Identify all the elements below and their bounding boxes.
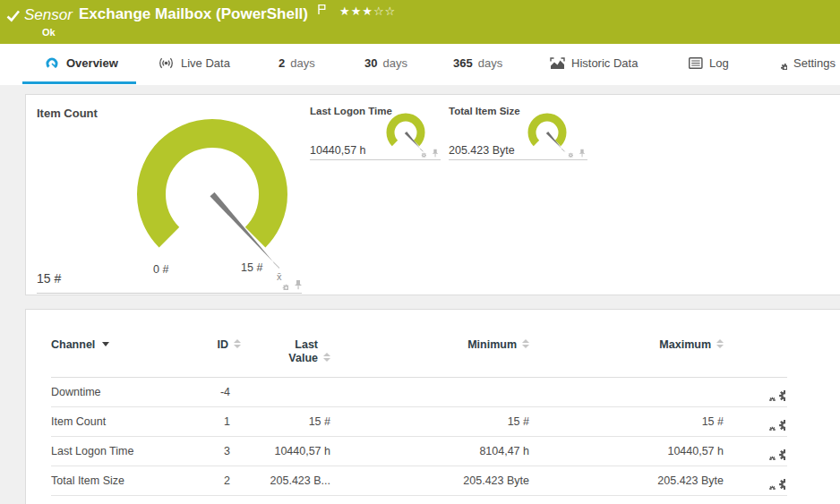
tab-overview[interactable]: Overview xyxy=(45,44,118,82)
pin-icon[interactable] xyxy=(431,149,440,158)
column-header-maximum[interactable]: Maximum xyxy=(529,326,724,378)
channel-last-value xyxy=(241,378,330,407)
active-tab-underline xyxy=(22,81,136,84)
gear-icon xyxy=(775,57,787,70)
sensor-status-text: Ok xyxy=(42,27,56,38)
area-chart-icon xyxy=(550,57,565,70)
pin-icon[interactable] xyxy=(293,279,304,290)
column-header-maximum-label: Maximum xyxy=(659,338,711,351)
gauge-title: Item Count xyxy=(37,107,98,120)
panel-tools xyxy=(563,148,587,158)
gauge-panel-last-logon-time: Last Logon Time 10440,57 h xyxy=(310,104,441,160)
tab-365-days[interactable]: 365 days xyxy=(453,44,502,82)
gauge-panel-total-item-size: Total Item Size 205.423 Byte xyxy=(449,104,587,160)
channel-maximum: 15 # xyxy=(529,407,724,437)
gauge-title: Last Logon Time xyxy=(310,106,392,116)
channel-id: 3 xyxy=(185,437,241,466)
channel-last-value: 10440,57 h xyxy=(241,437,330,466)
favorite-rating-stars[interactable]: ★★★☆☆ xyxy=(339,4,396,18)
column-header-id-label: ID xyxy=(218,338,229,351)
tab-30-days-number: 30 xyxy=(364,56,377,70)
sort-icon xyxy=(716,339,724,348)
tab-30-days[interactable]: 30 days xyxy=(364,44,407,82)
log-list-icon xyxy=(689,57,703,69)
panel-tools xyxy=(416,148,440,158)
column-header-last-value-label: Last Value xyxy=(282,338,318,365)
channel-minimum: 15 # xyxy=(330,407,529,437)
channel-minimum: 205.423 Byte xyxy=(330,466,529,496)
channel-settings-gears-icon[interactable] xyxy=(764,384,785,401)
item-count-gauge[interactable]: x̄ xyxy=(116,117,309,286)
channel-maximum: 205.423 Byte xyxy=(529,466,724,496)
live-broadcast-icon xyxy=(158,56,175,70)
gauge-title: Total Item Size xyxy=(449,106,520,116)
gear-icon[interactable] xyxy=(277,278,288,290)
tab-historic-data-label: Historic Data xyxy=(571,56,638,70)
status-ok-check-icon xyxy=(6,10,21,22)
gauge-scale-min: 0 # xyxy=(153,263,168,276)
gauges-card: Item Count x̄ 0 # 15 # 15 # Last Logon T… xyxy=(25,94,840,295)
table-row-total-item-size: Total Item Size 2 205.423 B... 205.423 B… xyxy=(51,466,787,496)
column-header-id[interactable]: ID xyxy=(185,326,241,378)
priority-flag-icon[interactable] xyxy=(317,4,327,15)
channel-minimum: 8104,47 h xyxy=(330,437,529,466)
tab-2-days[interactable]: 2 days xyxy=(279,44,315,82)
gear-icon[interactable] xyxy=(563,148,573,158)
pin-icon[interactable] xyxy=(578,149,587,158)
gauge-panel-item-count: Item Count x̄ 0 # 15 # 15 # xyxy=(37,102,302,294)
column-header-minimum[interactable]: Minimum xyxy=(330,326,529,378)
sort-desc-icon xyxy=(102,342,109,346)
tab-settings[interactable]: Settings xyxy=(775,44,836,82)
total-item-size-gauge[interactable] xyxy=(526,112,569,153)
channel-settings-gears-icon[interactable] xyxy=(764,414,785,431)
column-header-minimum-label: Minimum xyxy=(467,338,517,351)
channel-table: Channel ID Last Value Minimum Maximum xyxy=(51,326,787,496)
channel-name: Downtime xyxy=(51,378,185,407)
sensor-status-header: Sensor Exchange Mailbox (PowerShell) ★★★… xyxy=(0,0,840,44)
channel-name: Item Count xyxy=(51,407,185,437)
channel-minimum xyxy=(330,378,529,407)
table-row-last-logon-time: Last Logon Time 3 10440,57 h 8104,47 h 1… xyxy=(51,437,787,466)
channel-last-value: 15 # xyxy=(241,407,330,437)
channel-name: Total Item Size xyxy=(51,466,185,496)
sensor-tabbar: Overview Live Data 2 days 30 days 365 da… xyxy=(0,44,840,85)
tab-2-days-number: 2 xyxy=(279,56,285,70)
sensor-title: Exchange Mailbox (PowerShell) xyxy=(79,5,308,23)
sort-icon xyxy=(323,353,330,362)
gear-icon[interactable] xyxy=(416,148,426,158)
tab-30-days-unit: days xyxy=(382,56,407,70)
sensor-kind-label: Sensor xyxy=(24,6,73,24)
tab-365-days-unit: days xyxy=(478,56,502,70)
channel-table-header-row: Channel ID Last Value Minimum Maximum xyxy=(51,326,787,378)
column-header-channel-label: Channel xyxy=(51,338,95,351)
channel-settings-gears-icon[interactable] xyxy=(764,473,785,490)
gauge-current-value: 10440,57 h xyxy=(310,144,366,157)
table-row-downtime: Downtime -4 xyxy=(51,378,787,407)
table-row-item-count: Item Count 1 15 # 15 # 15 # xyxy=(51,407,787,437)
gauge-current-value: 15 # xyxy=(37,271,61,286)
channel-name: Last Logon Time xyxy=(51,437,185,466)
gauge-scale-max: 15 # xyxy=(241,261,262,274)
channels-card: Channel ID Last Value Minimum Maximum xyxy=(25,309,840,504)
channel-id: -4 xyxy=(185,378,241,407)
tab-historic-data[interactable]: Historic Data xyxy=(550,44,638,82)
tab-2-days-unit: days xyxy=(290,56,314,70)
channel-settings-gears-icon[interactable] xyxy=(764,443,785,460)
sort-icon xyxy=(522,339,529,348)
tab-365-days-number: 365 xyxy=(453,56,473,70)
tab-log[interactable]: Log xyxy=(689,44,729,82)
tab-live-data[interactable]: Live Data xyxy=(158,44,230,82)
column-header-settings xyxy=(724,326,787,378)
tab-log-label: Log xyxy=(709,56,729,70)
gauge-icon xyxy=(45,56,60,71)
sort-icon xyxy=(234,339,241,348)
channel-id: 1 xyxy=(185,407,241,437)
column-header-channel[interactable]: Channel xyxy=(51,326,185,378)
panel-tools xyxy=(277,278,304,290)
tab-live-data-label: Live Data xyxy=(181,56,230,70)
channel-maximum: 10440,57 h xyxy=(529,437,724,466)
channel-last-value: 205.423 B... xyxy=(241,466,330,496)
channel-id: 2 xyxy=(185,466,241,496)
column-header-last-value[interactable]: Last Value xyxy=(241,326,330,378)
channel-maximum xyxy=(529,378,724,407)
